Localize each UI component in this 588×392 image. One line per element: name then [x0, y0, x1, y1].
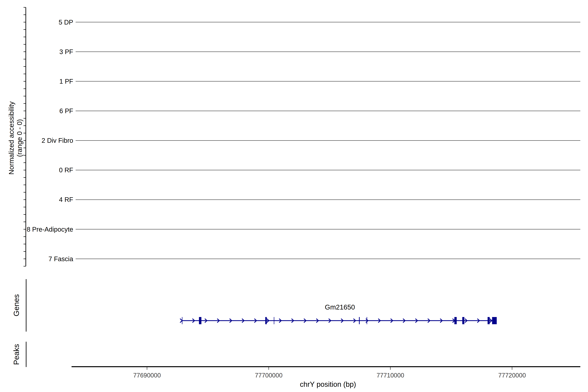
track-label: 7 Fascia: [48, 255, 73, 262]
track-label: 4 RF: [59, 196, 73, 203]
gene-exon: [274, 317, 274, 324]
x-axis-tick-label: 77700000: [255, 372, 282, 379]
x-axis-tick-label: 77710000: [376, 372, 404, 379]
genome-coverage-plot: 5 DP3 PF1 PF6 PF2 Div Fibro0 RF4 RF8 Pre…: [0, 0, 588, 392]
gene-exon: [492, 317, 497, 324]
gene-name-label: Gm21650: [325, 303, 355, 311]
peaks-panel-label: Peaks: [12, 344, 20, 365]
y-axis-title-line1: Normalized accessibility: [8, 102, 15, 174]
track-label: 0 RF: [59, 166, 73, 174]
track-label: 3 PF: [60, 48, 73, 55]
x-axis-tick-label: 77690000: [133, 372, 161, 379]
gene-exon: [488, 317, 490, 324]
gene-exon: [367, 317, 367, 324]
plot-background: [0, 0, 588, 392]
track-label: 5 DP: [59, 18, 73, 26]
gene-exon: [199, 317, 202, 324]
y-axis-title-line2: (range 0 - 0): [16, 119, 23, 157]
gene-exon: [462, 317, 464, 324]
track-label: 6 PF: [60, 107, 73, 114]
track-label: 2 Div Fibro: [42, 137, 73, 144]
x-axis-tick-label: 77720000: [498, 372, 526, 379]
x-axis-title: chrY position (bp): [300, 380, 356, 388]
gene-exon: [265, 317, 267, 324]
track-label: 8 Pre-Adipocyte: [26, 226, 73, 233]
genes-panel-label: Genes: [12, 294, 20, 316]
track-label: 1 PF: [60, 78, 73, 85]
gene-exon: [359, 317, 360, 324]
